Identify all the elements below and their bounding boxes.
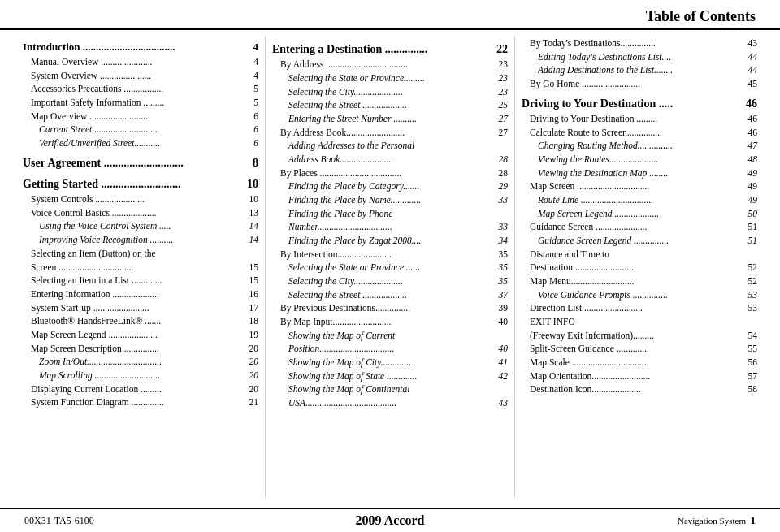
toc-entry: Showing the Map of City.............41 (272, 356, 508, 370)
toc-page: 49 (747, 193, 758, 207)
footer-page-num: 1 (751, 514, 756, 526)
toc-page: 23 (497, 58, 509, 71)
toc-entry: EXIT INFO (522, 315, 757, 329)
toc-label: Selecting the Street ................... (288, 288, 497, 302)
toc-label: Viewing the Destination Map ......... (538, 167, 747, 180)
toc-entry: Split-Screen Guidance ..............55 (522, 342, 757, 356)
toc-label: Displaying Current Location ......... (31, 383, 248, 396)
toc-page: 6 (252, 110, 258, 123)
toc-label: Zoom In/Out.............................… (39, 355, 248, 369)
toc-page: 6 (252, 136, 258, 150)
toc-entry: Selecting an Item (Button) on the (23, 247, 258, 261)
toc-page: 49 (747, 167, 758, 180)
toc-label: Current Street .........................… (39, 123, 252, 136)
toc-entry: Map Orientation.........................… (522, 370, 757, 383)
toc-page: 51 (747, 234, 758, 248)
toc-entry: Adding Destinations to the List........4… (522, 63, 757, 77)
toc-label: By Map Input......................... (280, 315, 497, 329)
toc-page: 34 (497, 234, 509, 248)
toc-entry: Zoom In/Out.............................… (23, 355, 258, 369)
toc-entry: By Today's Destinations...............43 (522, 37, 757, 50)
toc-label: Map Orientation......................... (530, 370, 747, 383)
toc-label: By Previous Destinations............... (280, 301, 497, 315)
toc-page: 46 (744, 96, 757, 112)
toc-label: Map Screen Legend ..................... (31, 328, 248, 342)
toc-page: 10 (245, 176, 258, 192)
toc-entry: By Places ..............................… (272, 167, 508, 180)
toc-entry: By Address Book.........................… (272, 126, 508, 140)
toc-page: 46 (747, 112, 758, 126)
toc-entry: Entering a Destination ...............22 (272, 41, 508, 58)
toc-entry: Verified/Unverified Street...........6 (23, 136, 258, 150)
toc-label: Editing Today's Destinations List.... (538, 50, 747, 64)
toc-label: Entering the Street Number .......... (288, 112, 497, 126)
toc-page: 15 (248, 274, 259, 288)
toc-page: 49 (747, 179, 758, 193)
toc-entry: By Address .............................… (272, 58, 508, 71)
toc-page: 48 (747, 153, 758, 167)
toc-page: 50 (747, 207, 758, 221)
toc-entry: Destination...........................52 (522, 261, 757, 275)
toc-page: 33 (497, 193, 509, 207)
toc-page: 52 (747, 275, 758, 288)
toc-label: Accessories Precautions ................… (31, 82, 252, 96)
toc-entry: Position................................… (272, 342, 508, 356)
toc-label: System Start-up ........................ (31, 301, 248, 315)
toc-page: 41 (497, 356, 509, 370)
toc-page (756, 248, 757, 262)
toc-page: 16 (248, 288, 259, 301)
toc-entry: Viewing the Destination Map .........49 (522, 167, 757, 180)
toc-page: 23 (497, 85, 509, 99)
toc-entry: Selecting an Item in a List ............… (23, 274, 258, 288)
toc-page: 51 (747, 220, 758, 234)
toc-page: 20 (248, 383, 259, 396)
toc-entry: Selecting the Street ...................… (272, 98, 508, 112)
toc-page: 35 (497, 261, 509, 275)
toc-entry: Selecting the State or Province.........… (272, 71, 508, 85)
toc-entry: Entering Information ...................… (23, 288, 258, 301)
toc-entry: Viewing the Routes.....................4… (522, 153, 757, 167)
toc-entry: Bluetooth® HandsFreeLink® .......18 (23, 314, 258, 328)
toc-label: Map Menu........................... (530, 275, 747, 288)
toc-entry: Using the Voice Control System .....14 (23, 219, 258, 233)
toc-entry: Number................................33 (272, 220, 508, 234)
toc-entry: Guidance Screen Legend ...............51 (522, 234, 757, 248)
toc-entry: Direction List .........................… (522, 301, 757, 315)
content-area: Introduction ...........................… (0, 30, 780, 497)
toc-label: Selecting the City..................... (288, 85, 497, 99)
toc-entry: Finding the Place by Category.......29 (272, 179, 508, 193)
toc-label: (Freeway Exit Information)......... (530, 329, 747, 343)
toc-label: Direction List ......................... (530, 301, 747, 315)
toc-page: 35 (497, 275, 509, 288)
toc-entry: Map Menu...........................52 (522, 275, 757, 288)
toc-page: 44 (747, 63, 758, 77)
right-column: By Today's Destinations...............43… (515, 37, 764, 497)
toc-page: 39 (497, 301, 509, 315)
toc-page: 46 (747, 126, 758, 140)
toc-label: Map Scale ..............................… (530, 356, 747, 370)
toc-label: Finding the Place by Zagat 2008..... (288, 234, 497, 248)
footer-nav-label: Navigation System (678, 516, 746, 526)
toc-page: 15 (248, 261, 259, 275)
toc-page: 21 (248, 396, 259, 409)
toc-entry: By Intersection.......................35 (272, 248, 508, 262)
mid-column: Entering a Destination ...............22… (266, 37, 515, 497)
toc-label: Finding the Place by Phone (288, 207, 506, 221)
toc-label: Improving Voice Recognition .......... (39, 233, 248, 247)
toc-entry: By Map Input.........................40 (272, 315, 508, 329)
toc-page: 14 (248, 233, 259, 247)
toc-label: Driving to Your Destination ......... (530, 112, 747, 126)
toc-page (506, 383, 508, 396)
toc-label: Distance and Time to (530, 248, 756, 262)
toc-entry: By Go Home .........................45 (522, 77, 757, 91)
toc-entry: Voice Guidance Prompts ...............53 (522, 288, 757, 302)
toc-label: By Go Home ......................... (530, 77, 747, 91)
toc-entry: Driving to Your Destination .....46 (522, 96, 757, 112)
toc-label: Getting Started ........................… (23, 176, 245, 192)
toc-page: 43 (497, 396, 509, 410)
toc-entry: Finding the Place by Zagat 2008.....34 (272, 234, 508, 248)
toc-page (257, 247, 258, 261)
page-title: Table of Contents (646, 8, 756, 24)
toc-label: Finding the Place by Category....... (288, 179, 497, 193)
toc-page (506, 207, 508, 221)
